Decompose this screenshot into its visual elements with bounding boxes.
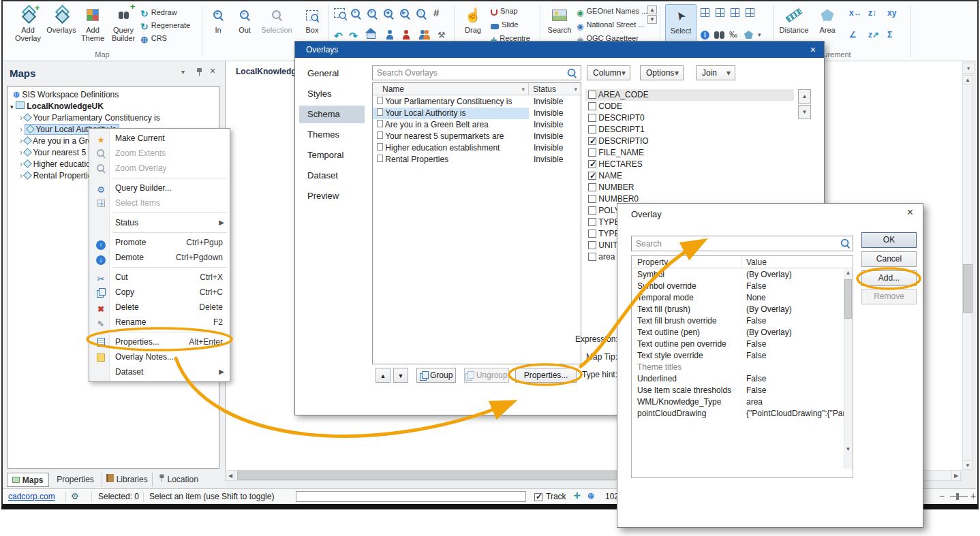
measure-xy-button[interactable]: xy	[887, 8, 896, 18]
remove-button[interactable]: Remove	[861, 289, 917, 304]
field-checkbox[interactable]	[588, 102, 596, 110]
measure-z2-button[interactable]: z↗	[868, 30, 879, 40]
move-down-button[interactable]: ▼	[393, 368, 408, 383]
tab-libraries[interactable]: Libraries	[102, 473, 153, 487]
nav-general[interactable]: General	[299, 65, 365, 82]
overlays-search-input[interactable]	[372, 65, 581, 80]
field-row[interactable]: NAME	[588, 170, 622, 182]
select-radius-tool-button[interactable]	[746, 8, 754, 19]
scroll-up-arrow[interactable]: ▲	[962, 75, 973, 84]
property-row[interactable]: Text outline pen override	[637, 338, 726, 350]
overlays-dialog-titlebar[interactable]: Overlays ×	[295, 42, 824, 58]
field-checkbox[interactable]	[588, 218, 596, 226]
nav-dataset[interactable]: Dataset	[299, 167, 365, 185]
zoom-previous-tool-button[interactable]: ◂	[383, 8, 394, 21]
measure-sum-button[interactable]: Σ	[887, 30, 892, 40]
scroll-thumb[interactable]	[844, 279, 852, 319]
field-row[interactable]: POLY	[588, 205, 619, 217]
nav-styles[interactable]: Styles	[299, 85, 365, 103]
menu-make-current[interactable]: ★Make Current	[89, 131, 230, 146]
tree-overlay-item[interactable]: › Rental Properties	[20, 170, 96, 182]
add-button[interactable]: Add...	[861, 270, 917, 286]
field-checkbox[interactable]	[588, 241, 596, 249]
snap-button[interactable]: Snap	[491, 5, 518, 17]
name-column-header[interactable]: Name▾	[373, 83, 529, 95]
status-gear-icon[interactable]: ⚙	[71, 491, 79, 501]
menu-cut[interactable]: ✂CutCtrl+X	[89, 270, 230, 285]
percent-tool-button[interactable]: ‰	[729, 30, 737, 40]
scroll-left-arrow[interactable]: ◀	[226, 470, 235, 481]
menu-status[interactable]: Status▶	[89, 215, 230, 230]
ok-button[interactable]: OK	[861, 232, 917, 248]
select-poly-tool-button[interactable]	[716, 8, 724, 19]
menu-zoom-overlay[interactable]: Zoom Overlay	[89, 161, 230, 176]
ungroup-button[interactable]: Ungroup	[464, 368, 509, 383]
property-row[interactable]: Symbol override	[637, 281, 696, 292]
menu-query-builder[interactable]: ⚙Query Builder...	[89, 180, 230, 195]
field-checkbox[interactable]	[588, 230, 596, 238]
add-theme-button[interactable]: Add Theme	[78, 4, 108, 49]
tree-overlay-item[interactable]: › Your Parliamentary Constituency is	[20, 112, 160, 124]
regenerate-button[interactable]: ↻Regenerate	[140, 19, 190, 31]
menu-delete[interactable]: ✖DeleteDelete	[89, 300, 230, 315]
property-column-header[interactable]: Property	[632, 256, 742, 268]
field-checkbox[interactable]	[588, 253, 596, 261]
join-dropdown[interactable]: Join	[696, 65, 735, 80]
scroll-down-arrow[interactable]: ▼	[844, 445, 853, 454]
field-row[interactable]: DESCRIPT0	[588, 112, 645, 124]
status-globe-icon[interactable]: ⊕	[587, 491, 594, 501]
menu-select-items[interactable]: Select Items	[89, 195, 230, 210]
zoom-slider-thumb[interactable]	[956, 493, 959, 500]
field-checkbox[interactable]	[588, 148, 596, 157]
user-locked-tool-button[interactable]	[402, 30, 410, 42]
panel-close-icon[interactable]: ×	[210, 65, 215, 76]
property-value[interactable]: False	[746, 338, 766, 350]
property-row[interactable]: Temporal mode	[637, 292, 694, 304]
group-button[interactable]: Group	[416, 368, 456, 383]
users-tool-button[interactable]	[418, 30, 431, 42]
field-row[interactable]: FILE_NAME	[588, 147, 644, 159]
property-row[interactable]: WML/Knowledge_Type	[637, 396, 721, 408]
polygon-tool-button[interactable]	[744, 31, 753, 41]
nav-schema[interactable]: Schema	[299, 106, 365, 123]
field-checkbox[interactable]	[588, 125, 596, 133]
panel-menu-chevron-icon[interactable]: ▾	[181, 68, 185, 76]
track-move-icon[interactable]: ✛	[574, 491, 581, 501]
gazetteer-scroll-down-button[interactable]: ▼	[647, 15, 657, 24]
property-value[interactable]: False	[746, 385, 766, 396]
menu-copy[interactable]: CopyCtrl+C	[89, 285, 230, 300]
settings-tool-button[interactable]: ⚒	[438, 30, 446, 40]
zoom-out-button[interactable]: − Out	[232, 4, 258, 49]
overlay-search-input[interactable]	[631, 236, 853, 251]
options-dropdown[interactable]: Options	[640, 65, 684, 80]
zoom-minus-icon[interactable]: −	[939, 490, 945, 501]
property-row[interactable]: Text outline (pen)	[637, 327, 700, 338]
overlay-row[interactable]: Your nearest 5 supermarkets areInvisible	[373, 131, 581, 142]
measure-z-button[interactable]: z↕	[868, 8, 876, 18]
field-checkbox[interactable]	[588, 172, 596, 180]
property-value[interactable]: None	[746, 292, 766, 304]
property-row[interactable]: Text fill (brush)	[637, 304, 690, 315]
property-row[interactable]: Symbol	[637, 269, 664, 281]
move-up-button[interactable]: ▲	[376, 368, 391, 383]
home-view-button[interactable]	[367, 29, 376, 41]
measure-angle-button[interactable]: ∠	[849, 30, 857, 40]
pin-icon[interactable]	[196, 68, 202, 78]
zoom-next-tool-button[interactable]: ▸	[399, 8, 410, 21]
menu-rename[interactable]: ✎RenameF2	[89, 315, 230, 330]
property-row[interactable]: Text style override	[637, 350, 703, 362]
user-tool-button[interactable]	[386, 30, 394, 42]
property-row[interactable]: pointCloudDrawing	[637, 408, 706, 420]
menu-zoom-extents[interactable]: Zoom Extents	[89, 146, 230, 161]
property-row[interactable]: Text fill brush override	[637, 315, 717, 327]
value-column-header[interactable]: Value	[742, 256, 853, 268]
field-row[interactable]: CODE	[588, 101, 622, 112]
zoom-rect-tool-button[interactable]	[334, 8, 345, 20]
scroll-down-arrow[interactable]: ▼	[962, 460, 973, 470]
field-row[interactable]: area	[588, 251, 615, 263]
grid-toggle-button[interactable]: #	[433, 7, 439, 18]
property-value[interactable]: area	[746, 396, 763, 408]
property-value[interactable]: {"PointCloudDrawing":{"Part...	[746, 408, 848, 420]
menu-promote[interactable]: ↑PromoteCtrl+Pgup	[89, 235, 230, 250]
menu-properties[interactable]: Properties...Alt+Enter	[89, 334, 230, 349]
